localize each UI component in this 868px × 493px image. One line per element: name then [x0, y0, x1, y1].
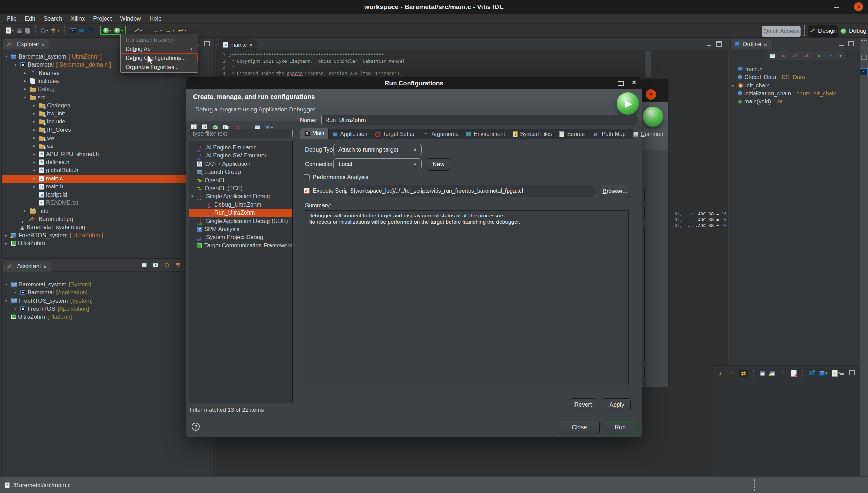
- tree-item-single-application-debug[interactable]: ▾ξSingle Application Debug: [189, 192, 292, 200]
- toolbar-run-history-button[interactable]: ▶▾: [102, 27, 113, 34]
- twisty-icon[interactable]: ▸: [33, 152, 39, 156]
- tree-item-uz[interactable]: ▸uz: [2, 142, 214, 150]
- toolbar-launch-console-button[interactable]: [86, 28, 93, 34]
- twisty-icon[interactable]: ▾: [15, 62, 20, 67]
- tree-item-freertos-system[interactable]: ▸FreeRTOS_system[ UltraZohm ]: [2, 231, 214, 239]
- execute-script-input[interactable]: [347, 185, 596, 197]
- tree-item-c-c-application[interactable]: CC/C++ Application: [189, 160, 292, 168]
- twisty-icon[interactable]: ▸: [33, 168, 39, 172]
- tab-environment[interactable]: Environment: [462, 130, 509, 139]
- twisty-icon[interactable]: ▸: [15, 290, 20, 295]
- tree-item-init-chain[interactable]: ▸Einit_chain: [729, 82, 859, 90]
- minimize-editor-icon[interactable]: [707, 45, 711, 46]
- minimize-icon[interactable]: [834, 7, 839, 8]
- tree-item-baremetal[interactable]: ▸Baremetal[Application]: [2, 288, 214, 296]
- browse-button[interactable]: Browse...: [600, 185, 630, 198]
- overview-ruler[interactable]: [644, 51, 651, 77]
- drag-handle-icon[interactable]: [860, 40, 868, 41]
- tree-item-system-project-debug[interactable]: ξSystem Project Debug: [189, 233, 292, 241]
- dropdown-arrow-icon[interactable]: ▾: [185, 28, 187, 33]
- execute-script-checkbox[interactable]: ✓: [304, 188, 310, 194]
- tree-item-sw[interactable]: ▸sw: [2, 134, 214, 142]
- vitis-log-console-icon[interactable]: >_: [860, 68, 868, 75]
- toolbar-new-file-button[interactable]: +▾: [5, 26, 15, 34]
- editor-tab-close-icon[interactable]: ×: [249, 42, 252, 48]
- menu-help[interactable]: Help: [145, 14, 166, 24]
- tab-main[interactable]: XMain: [300, 128, 329, 139]
- console-word-wrap-button[interactable]: ≡: [779, 369, 787, 377]
- minimize-console-icon[interactable]: [840, 373, 844, 375]
- connection-select[interactable]: Local ∨: [333, 158, 422, 170]
- tree-item-baremetal-system[interactable]: ▾Baremetal_system[System]: [2, 280, 214, 288]
- console-scroll-down-button[interactable]: ↓: [716, 369, 724, 377]
- tree-item-global-data[interactable]: Global_Data: DS_Data: [729, 73, 859, 81]
- tree-item-hw-init[interactable]: ▸hw_init: [2, 109, 214, 117]
- tree-item-opencl-tcf[interactable]: OpenCL (TCF): [189, 184, 292, 192]
- toolbar-save-all-button[interactable]: [24, 27, 31, 34]
- outline-close-icon[interactable]: ×: [764, 41, 767, 47]
- perspective-design-button[interactable]: Design: [808, 25, 838, 37]
- outline-hide-nonpublic-button[interactable]: ●: [815, 52, 823, 60]
- toolbar-forward-button[interactable]: →▾: [164, 27, 175, 34]
- tree-item-ultrazohm[interactable]: UltraZohm[Platform]: [2, 313, 214, 321]
- explorer-close-icon[interactable]: ×: [41, 41, 45, 47]
- twisty-icon[interactable]: ▸: [33, 128, 39, 132]
- toolbar-save-button[interactable]: [16, 28, 23, 34]
- dropdown-arrow-icon[interactable]: ▾: [140, 28, 142, 33]
- menu-edit[interactable]: Edit: [21, 14, 39, 24]
- minimize-outline-icon[interactable]: [839, 45, 844, 46]
- tab-symbol-files[interactable]: sSymbol Files: [509, 130, 556, 139]
- code-fragment[interactable]: .0f, .cf.ADC_B8 = 10.0f.0f, .cf.ADC_B8 =…: [672, 211, 728, 232]
- menu-item-debug-configurations[interactable]: Debug Configurations...: [121, 53, 198, 62]
- assistant-close-icon[interactable]: ×: [44, 264, 47, 270]
- console-open-console-button[interactable]: [808, 370, 815, 376]
- tree-item-lscript-ld[interactable]: ↘lscript.ld: [2, 191, 214, 199]
- tab-target-setup[interactable]: Target Setup: [371, 130, 418, 139]
- new-connection-button[interactable]: New: [427, 158, 450, 171]
- tree-item-ultrazohm[interactable]: ▸UltraZohm: [2, 239, 214, 247]
- tree-item-main-c[interactable]: ▸cmain.c: [2, 175, 214, 183]
- close-window-icon[interactable]: ×: [854, 2, 863, 11]
- twisty-icon[interactable]: ▸: [5, 241, 11, 246]
- dropdown-arrow-icon[interactable]: ▾: [121, 28, 123, 33]
- toolbar-debug-wand-button[interactable]: ▾: [133, 27, 143, 34]
- tree-item-single-application-debug-gdb[interactable]: ξSingle Application Debug (GDB): [189, 217, 292, 225]
- toolbar-run-button[interactable]: ▶▾: [114, 27, 124, 34]
- tab-arguments[interactable]: *Arguments: [418, 130, 462, 139]
- tree-item-include[interactable]: ▸include: [2, 117, 214, 125]
- statusbar-handle[interactable]: [754, 479, 755, 491]
- tab-common[interactable]: Common: [630, 130, 667, 139]
- tree-item-defines-h[interactable]: ▸hdefines.h: [2, 158, 214, 166]
- tree-item-debug-ultrazohm[interactable]: ξDebug_UltraZohm: [189, 201, 292, 209]
- twisty-icon[interactable]: ▸: [33, 119, 39, 124]
- dropdown-arrow-icon[interactable]: ▾: [825, 371, 828, 376]
- tree-item-ip-cores[interactable]: ▸IP_Cores: [2, 126, 214, 134]
- toolbar-build-button[interactable]: ▾: [50, 27, 60, 34]
- toolbar-program-device-button[interactable]: →: [78, 28, 85, 33]
- menu-project[interactable]: Project: [89, 14, 116, 24]
- tree-item-debug[interactable]: ▸Debug: [2, 85, 214, 93]
- twisty-icon[interactable]: ▾: [5, 54, 11, 59]
- console-display-console-button[interactable]: ▾: [818, 370, 828, 376]
- maximize-editor-icon[interactable]: [716, 41, 722, 47]
- dropdown-arrow-icon[interactable]: ▾: [58, 28, 60, 33]
- performance-analysis-checkbox[interactable]: [304, 174, 310, 180]
- maximize-console-icon[interactable]: [849, 370, 855, 375]
- twisty-icon[interactable]: ▾: [5, 299, 11, 303]
- background-close-icon[interactable]: ×: [646, 89, 656, 100]
- twisty-icon[interactable]: ▸: [33, 136, 39, 140]
- twisty-icon[interactable]: ▸: [732, 83, 738, 88]
- perspective-debug-button[interactable]: Debug: [841, 25, 866, 37]
- console-clear-console-button[interactable]: [790, 369, 797, 377]
- toolbar-back-button[interactable]: ←▾: [152, 27, 163, 34]
- twisty-icon[interactable]: ▾: [24, 95, 30, 100]
- tree-item-baremetal-system-sprj[interactable]: Baremetal_system.sprj: [2, 223, 214, 231]
- dialog-close-icon[interactable]: ×: [632, 78, 636, 86]
- dropdown-arrow-icon[interactable]: ▾: [12, 28, 14, 33]
- assistant-build-button[interactable]: [175, 262, 182, 269]
- outline-hide-fields-button[interactable]: ○: [791, 52, 800, 60]
- tab-path-map[interactable]: ⇄Path Map: [588, 130, 629, 139]
- tree-item-target-communication-framework[interactable]: Target Communication Framework: [189, 241, 292, 249]
- tree-item-baremetal-prj[interactable]: ×Baremetal.prj: [2, 215, 214, 223]
- assistant-collapse-all-button[interactable]: −: [141, 262, 147, 268]
